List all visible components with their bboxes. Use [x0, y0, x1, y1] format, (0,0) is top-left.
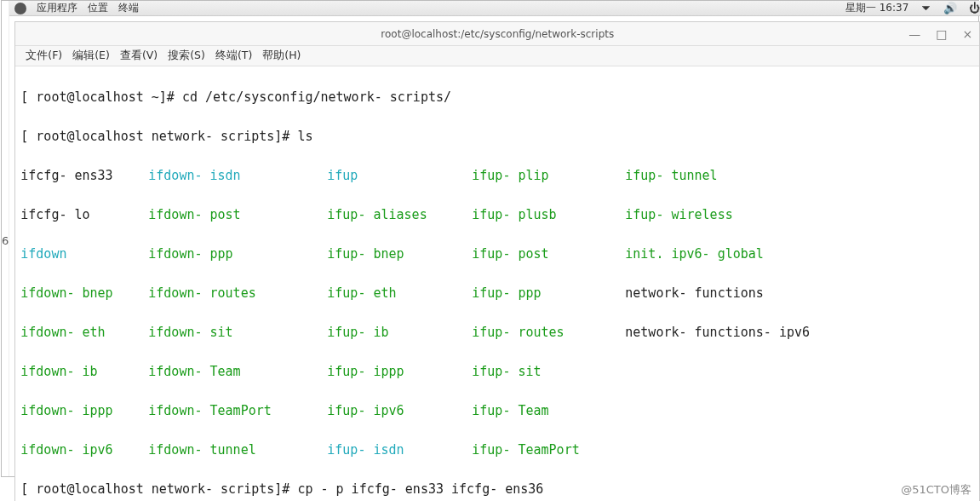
file-item: ifup- routes	[472, 323, 625, 343]
prompt-text: [ root@localhost ~]#	[20, 89, 182, 105]
file-item: ifdown- bnep	[20, 284, 148, 303]
menu-edit[interactable]: 编辑(E)	[69, 47, 113, 65]
close-button[interactable]: ×	[963, 27, 973, 41]
file-item: ifdown- routes	[148, 284, 327, 303]
file-item: ifdown- post	[148, 205, 327, 225]
file-item: ifup	[327, 166, 472, 186]
file-item: ifup- plusb	[472, 205, 625, 225]
file-item: ifup- bnep	[327, 245, 472, 264]
file-item: ifdown- ppp	[148, 245, 327, 264]
file-item	[625, 441, 846, 460]
minimize-button[interactable]: —	[908, 27, 920, 41]
terminal-window: root@localhost:/etc/sysconfig/network-sc…	[14, 21, 980, 501]
ls-row: ifdown- ethifdown- sitifup- ibifup- rout…	[20, 323, 974, 343]
command-text: cd /etc/sysconfig/network- scripts/	[182, 89, 451, 105]
window-titlebar[interactable]: root@localhost:/etc/sysconfig/network-sc…	[15, 22, 979, 46]
file-item: ifup- TeamPort	[472, 441, 625, 460]
file-item: ifup- eth	[327, 284, 472, 303]
file-item: ifup- sit	[472, 362, 625, 382]
menu-places[interactable]: 位置	[88, 1, 108, 15]
ls-row: ifdown- ipppifdown- TeamPortifup- ipv6if…	[20, 401, 974, 421]
gnome-logo-icon	[14, 3, 26, 14]
command-text: ls	[297, 129, 312, 144]
line-gutter: 6	[2, 1, 9, 476]
maximize-button[interactable]: □	[936, 27, 947, 41]
ls-row: ifdown- ibifdown- Teamifup- ipppifup- si…	[20, 362, 974, 382]
file-item: ifup- ipv6	[327, 401, 472, 421]
file-item: network- functions- ipv6	[625, 323, 846, 343]
file-item: ifdown- Team	[148, 362, 327, 382]
menu-terminal-launcher[interactable]: 终端	[118, 1, 139, 15]
menu-file[interactable]: 文件(F)	[22, 47, 66, 65]
prompt-text: [ root@localhost network- scripts]#	[20, 481, 297, 497]
file-item: ifup- isdn	[327, 441, 472, 460]
file-item: ifup- ippp	[327, 362, 472, 382]
file-item: ifup- plip	[472, 166, 625, 186]
file-item: ifup- aliases	[327, 205, 472, 225]
ls-row: ifdown- ipv6ifdown- tunnelifup- isdnifup…	[20, 441, 974, 460]
menu-search[interactable]: 搜索(S)	[164, 47, 209, 65]
file-item: ifdown- tunnel	[148, 441, 327, 460]
gnome-panel: 应用程序 位置 终端 星期一 16:37 ⏷ 🔊 ⏻	[9, 1, 980, 16]
ls-row: ifcfg- ens33ifdown- isdnifupifup- plipif…	[20, 166, 974, 186]
ls-row: ifdown- bnepifdown- routesifup- ethifup-…	[20, 284, 974, 303]
file-item: ifup- wireless	[625, 205, 846, 225]
ls-row: ifcfg- loifdown- postifup- aliasesifup- …	[20, 205, 974, 225]
file-item: network- functions	[625, 284, 846, 303]
menu-view[interactable]: 查看(V)	[117, 47, 161, 65]
file-item: ifdown- isdn	[148, 166, 327, 186]
prompt-text: [ root@localhost network- scripts]#	[20, 129, 297, 144]
terminal-output[interactable]: [ root@localhost ~]# cd /etc/sysconfig/n…	[15, 66, 979, 501]
file-item	[625, 401, 846, 421]
file-item: ifdown- ipv6	[20, 441, 148, 460]
file-item: ifdown- ib	[20, 362, 148, 382]
file-item: ifdown	[20, 245, 148, 264]
window-title: root@localhost:/etc/sysconfig/network-sc…	[381, 28, 614, 40]
gutter-number: 6	[2, 234, 9, 247]
power-icon[interactable]: ⏻	[969, 2, 980, 14]
file-item: ifup- tunnel	[625, 166, 846, 186]
file-item: ifup- Team	[472, 401, 625, 421]
file-item: ifcfg- ens33	[20, 166, 148, 186]
command-text: cp - p ifcfg- ens33 ifcfg- ens36	[297, 481, 543, 497]
file-item: init. ipv6- global	[625, 245, 846, 264]
file-item: ifdown- eth	[20, 323, 148, 343]
file-item: ifdown- TeamPort	[148, 401, 327, 421]
terminal-menubar: 文件(F) 编辑(E) 查看(V) 搜索(S) 终端(T) 帮助(H)	[15, 46, 979, 66]
menu-applications[interactable]: 应用程序	[37, 1, 77, 15]
file-item: ifup- ib	[327, 323, 472, 343]
file-item: ifcfg- lo	[20, 205, 148, 225]
file-item: ifdown- sit	[148, 323, 327, 343]
volume-icon[interactable]: 🔊	[943, 2, 957, 14]
menu-help[interactable]: 帮助(H)	[259, 47, 304, 65]
watermark-text: @51CTO博客	[901, 482, 971, 498]
ls-row: ifdownifdown- pppifup- bnepifup- postini…	[20, 245, 974, 264]
clock[interactable]: 星期一 16:37	[845, 1, 908, 15]
file-item: ifdown- ippp	[20, 401, 148, 421]
file-item: ifup- post	[472, 245, 625, 264]
menu-terminal[interactable]: 终端(T)	[212, 47, 255, 65]
network-icon[interactable]: ⏷	[920, 2, 931, 14]
file-item: ifup- ppp	[472, 284, 625, 303]
file-item	[625, 362, 846, 382]
